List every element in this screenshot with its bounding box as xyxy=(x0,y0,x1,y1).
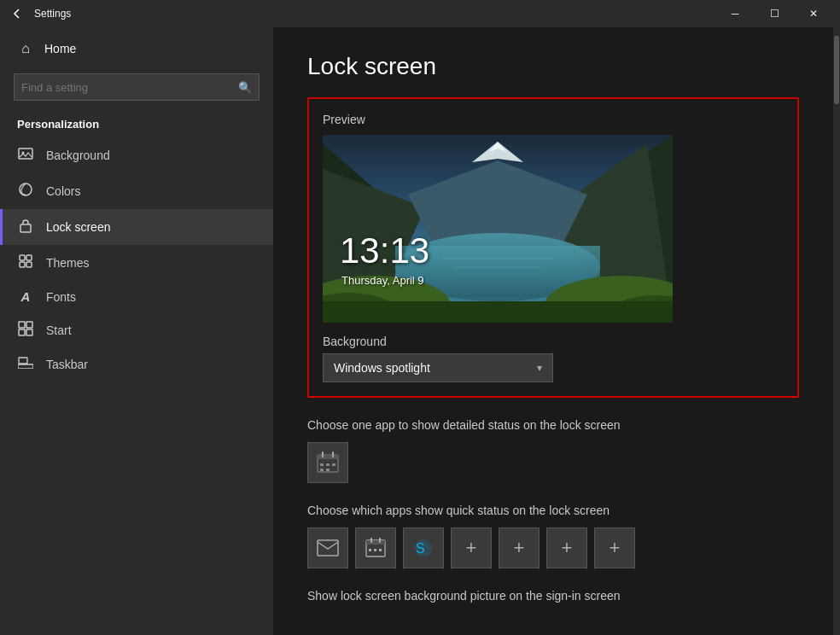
preview-section: Preview xyxy=(307,97,799,398)
add-icon-4: + xyxy=(610,537,621,559)
add-quick-app-3[interactable]: + xyxy=(546,527,587,568)
sidebar-item-colors[interactable]: Colors xyxy=(0,173,273,209)
svg-rect-8 xyxy=(19,322,25,328)
svg-rect-48 xyxy=(379,549,382,551)
background-dropdown[interactable]: Windows spotlight ▾ xyxy=(323,353,553,382)
background-icon xyxy=(17,146,34,165)
sidebar-item-background[interactable]: Background xyxy=(0,137,273,173)
svg-rect-41 xyxy=(318,540,338,556)
sidebar-item-taskbar-label: Taskbar xyxy=(46,358,88,371)
quick-status-section: Choose which apps show quick status on t… xyxy=(307,504,799,568)
svg-rect-33 xyxy=(318,455,338,459)
svg-rect-35 xyxy=(332,451,334,457)
app-title: Settings xyxy=(34,8,71,20)
svg-rect-40 xyxy=(326,469,330,471)
svg-rect-0 xyxy=(19,149,32,159)
themes-icon xyxy=(17,253,34,272)
svg-rect-38 xyxy=(332,463,335,466)
detailed-status-icons xyxy=(307,442,799,483)
svg-rect-47 xyxy=(374,549,376,551)
background-section-label: Background xyxy=(323,335,784,348)
sidebar-home-label: Home xyxy=(44,42,76,55)
content-area: Lock screen Preview xyxy=(273,27,833,635)
titlebar: Settings ─ ☐ ✕ xyxy=(0,0,840,27)
show-bg-signin-label: Show lock screen background picture on t… xyxy=(307,589,799,603)
search-box[interactable]: 🔍 xyxy=(14,73,260,101)
detailed-status-section: Choose one app to show detailed status o… xyxy=(307,418,799,483)
svg-rect-12 xyxy=(18,364,33,369)
mail-app-icon[interactable] xyxy=(307,527,348,568)
taskbar-icon xyxy=(17,357,34,372)
sidebar-item-start-label: Start xyxy=(46,323,72,337)
chevron-down-icon: ▾ xyxy=(537,362,542,374)
mountain-landscape xyxy=(323,135,673,323)
sidebar-item-start[interactable]: Start xyxy=(0,312,273,348)
sidebar-item-taskbar[interactable]: Taskbar xyxy=(0,348,273,381)
main-layout: ⌂ Home 🔍 Personalization Background xyxy=(0,27,840,635)
lock-date: Thursday, April 9 xyxy=(341,274,424,287)
svg-rect-46 xyxy=(369,549,371,551)
add-icon-3: + xyxy=(562,537,573,559)
svg-rect-4 xyxy=(20,255,25,260)
sidebar-item-lock-screen[interactable]: Lock screen xyxy=(0,209,273,245)
scrollbar-track[interactable] xyxy=(833,27,840,635)
start-icon xyxy=(17,321,34,340)
quick-status-icons: S + + + + xyxy=(307,527,799,568)
svg-rect-11 xyxy=(26,329,32,335)
svg-rect-3 xyxy=(20,224,31,232)
sidebar-item-colors-label: Colors xyxy=(46,184,80,198)
svg-rect-9 xyxy=(26,322,32,328)
add-icon-2: + xyxy=(514,537,525,559)
scrollbar-thumb[interactable] xyxy=(834,36,839,104)
svg-rect-28 xyxy=(323,301,673,323)
sidebar-item-themes[interactable]: Themes xyxy=(0,245,273,281)
home-icon: ⌂ xyxy=(17,41,34,56)
background-dropdown-value: Windows spotlight xyxy=(334,361,430,375)
page-title: Lock screen xyxy=(307,53,799,80)
sidebar: ⌂ Home 🔍 Personalization Background xyxy=(0,27,273,635)
add-icon-1: + xyxy=(466,537,477,559)
lock-time: 13:13 xyxy=(340,230,429,271)
sidebar-item-lock-screen-label: Lock screen xyxy=(46,220,110,234)
back-button[interactable] xyxy=(7,3,27,24)
quick-status-label: Choose which apps show quick status on t… xyxy=(307,504,799,517)
search-icon[interactable]: 🔍 xyxy=(231,73,259,101)
svg-rect-43 xyxy=(366,540,385,545)
lock-screen-icon xyxy=(17,218,34,236)
svg-rect-36 xyxy=(320,463,324,466)
window-controls: ─ ☐ ✕ xyxy=(715,0,833,27)
sidebar-section-title: Personalization xyxy=(0,111,273,137)
search-input[interactable] xyxy=(15,81,231,94)
sidebar-item-background-label: Background xyxy=(46,149,110,162)
svg-rect-5 xyxy=(26,255,32,260)
detailed-status-label: Choose one app to show detailed status o… xyxy=(307,418,799,432)
svg-rect-44 xyxy=(370,538,372,543)
svg-rect-10 xyxy=(19,329,25,335)
svg-rect-39 xyxy=(320,469,324,471)
sidebar-item-themes-label: Themes xyxy=(46,256,90,270)
add-quick-app-4[interactable]: + xyxy=(594,527,635,568)
colors-icon xyxy=(17,182,34,201)
calendar-quick-icon[interactable] xyxy=(355,527,396,568)
svg-rect-37 xyxy=(326,463,330,466)
lock-screen-preview: 13:13 Thursday, April 9 xyxy=(323,135,673,323)
minimize-button[interactable]: ─ xyxy=(715,0,755,27)
close-button[interactable]: ✕ xyxy=(794,0,833,27)
svg-text:S: S xyxy=(416,541,425,556)
svg-rect-45 xyxy=(379,538,381,543)
sidebar-item-fonts-label: Fonts xyxy=(46,290,76,304)
svg-rect-7 xyxy=(26,262,32,267)
svg-rect-6 xyxy=(20,262,25,267)
svg-rect-13 xyxy=(19,358,27,364)
add-quick-app-2[interactable]: + xyxy=(499,527,540,568)
sidebar-item-home[interactable]: ⌂ Home xyxy=(0,27,273,70)
svg-rect-34 xyxy=(322,451,324,457)
add-quick-app-1[interactable]: + xyxy=(451,527,492,568)
restore-button[interactable]: ☐ xyxy=(755,0,794,27)
calendar-app-icon[interactable] xyxy=(307,442,348,483)
skype-app-icon[interactable]: S xyxy=(403,527,444,568)
fonts-icon: A xyxy=(17,289,34,304)
preview-label: Preview xyxy=(323,113,784,126)
sidebar-item-fonts[interactable]: A Fonts xyxy=(0,281,273,312)
